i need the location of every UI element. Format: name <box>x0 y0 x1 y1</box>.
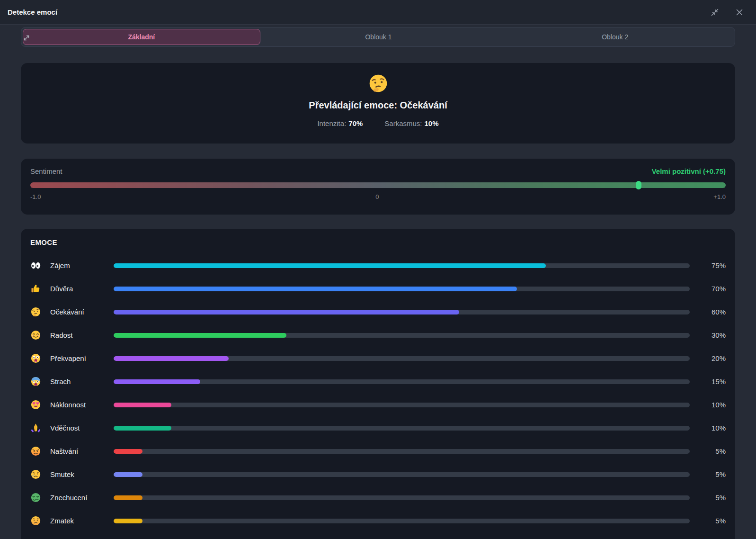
emotion-bar-track <box>114 426 690 431</box>
crying-emoji-icon <box>30 469 43 480</box>
emotion-row: Naštvání 5% <box>30 440 726 463</box>
window-controls <box>710 0 745 25</box>
emotion-bar-track <box>114 403 690 407</box>
sentiment-label: Sentiment <box>30 167 62 175</box>
tab-základní[interactable]: Základní <box>23 29 260 45</box>
emotion-label: Zájem <box>43 261 114 270</box>
emotion-row: Zájem 75% <box>30 254 726 277</box>
intensity-stat: Intenzita:70% <box>317 119 363 127</box>
emotion-percent: 60% <box>698 308 726 316</box>
emotion-percent: 10% <box>698 424 726 432</box>
window-title: Detekce emocí <box>8 8 57 16</box>
sentiment-card: Sentiment Velmi pozitivní (+0.75) -1.0 0… <box>21 159 735 215</box>
emotion-bar-track <box>114 287 690 291</box>
emotion-percent: 15% <box>698 377 726 386</box>
emotions-card: EMOCE Zájem 75% Důvěra 70% Očekávání 60%… <box>21 229 735 539</box>
confused-emoji-icon <box>30 515 43 526</box>
emotion-row: Překvapení 20% <box>30 347 726 370</box>
emotion-percent: 30% <box>698 331 726 339</box>
emotion-label: Znechucení <box>43 494 114 502</box>
collapse-diagonal-icon[interactable] <box>710 7 720 18</box>
emotion-bar-fill <box>114 310 459 314</box>
sarcasm-label: Sarkasmus: <box>384 119 422 127</box>
eyes-emoji-icon <box>30 260 43 271</box>
emotion-percent: 20% <box>698 354 726 362</box>
tab-oblouk-1[interactable]: Oblouk 1 <box>260 29 497 45</box>
emotion-percent: 75% <box>698 261 726 270</box>
intensity-value: 70% <box>348 119 363 127</box>
close-icon[interactable] <box>734 7 745 18</box>
emotion-label: Náklonnost <box>43 401 114 409</box>
sarcasm-value: 10% <box>425 119 439 127</box>
emotion-row: Náklonnost 10% <box>30 393 726 416</box>
emotion-bar-track <box>114 356 690 361</box>
thinking-emoji-icon <box>30 306 43 317</box>
emotion-row: Zmatek 5% <box>30 509 726 532</box>
emotion-bar-fill <box>114 333 286 338</box>
astonished-emoji-icon <box>30 353 43 364</box>
emotion-percent: 5% <box>698 517 726 525</box>
emotion-bar-fill <box>114 495 142 500</box>
title-bar: Detekce emocí <box>0 0 756 25</box>
thinking-face-emoji-icon <box>368 73 389 94</box>
tab-bar: ZákladníOblouk 1Oblouk 2 <box>21 27 735 47</box>
angry-emoji-icon <box>30 446 43 457</box>
sentiment-scale: -1.0 0 +1.0 <box>30 193 726 200</box>
emotion-bar-fill <box>114 379 200 384</box>
thumbsup-emoji-icon <box>30 283 43 294</box>
fear-emoji-icon <box>30 376 43 387</box>
emotion-row: Strach 15% <box>30 370 726 393</box>
emotion-label: Radost <box>43 331 114 339</box>
emotion-label: Strach <box>43 377 114 386</box>
emotion-bar-fill <box>114 472 142 477</box>
sentiment-gradient-bar <box>30 182 726 188</box>
emotion-bar-fill <box>114 426 171 431</box>
emotion-row: Znechucení 5% <box>30 486 726 509</box>
sentiment-marker <box>636 181 641 189</box>
hearteyes-emoji-icon <box>30 399 43 410</box>
smiling-emoji-icon <box>30 330 43 341</box>
emotion-bar-fill <box>114 287 517 291</box>
emotion-bar-fill <box>114 403 171 407</box>
emotions-list: Zájem 75% Důvěra 70% Očekávání 60% Rados… <box>30 254 726 532</box>
emotion-percent: 10% <box>698 401 726 409</box>
resize-diagonal-icon[interactable] <box>22 33 31 43</box>
sentiment-scale-min: -1.0 <box>30 193 41 200</box>
sentiment-scale-mid: 0 <box>375 193 379 200</box>
emotion-label: Očekávání <box>43 308 114 316</box>
emotion-bar-track <box>114 310 690 314</box>
foldedhands-emoji-icon <box>30 422 43 433</box>
emotion-bar-track <box>114 379 690 384</box>
emotion-percent: 5% <box>698 470 726 478</box>
emotion-label: Naštvání <box>43 447 114 455</box>
emotion-row: Vděčnost 10% <box>30 416 726 440</box>
emotion-bar-fill <box>114 519 142 523</box>
emotion-bar-track <box>114 519 690 523</box>
emotion-bar-fill <box>114 263 546 268</box>
emotion-label: Smutek <box>43 470 114 478</box>
emotion-row: Smutek 5% <box>30 463 726 486</box>
nauseated-emoji-icon <box>30 492 43 503</box>
tab-oblouk-2[interactable]: Oblouk 2 <box>497 29 733 45</box>
dominant-emotion-stats: Intenzita:70% Sarkasmus:10% <box>317 119 438 127</box>
emotion-bar-track <box>114 333 690 338</box>
emotion-bar-track <box>114 263 690 268</box>
emotions-header: EMOCE <box>30 238 726 246</box>
sentiment-scale-max: +1.0 <box>713 193 726 200</box>
emotion-row: Radost 30% <box>30 323 726 347</box>
emotion-bar-fill <box>114 356 229 361</box>
emotion-row: Očekávání 60% <box>30 300 726 323</box>
emotion-percent: 70% <box>698 285 726 293</box>
emotion-bar-track <box>114 472 690 477</box>
emotion-bar-track <box>114 495 690 500</box>
sentiment-value: Velmi pozitivní (+0.75) <box>652 167 726 175</box>
emotion-label: Zmatek <box>43 517 114 525</box>
emotion-label: Překvapení <box>43 354 114 362</box>
dominant-emotion-title: Převládající emoce: Očekávání <box>309 100 447 111</box>
emotion-bar-fill <box>114 449 142 454</box>
emotion-percent: 5% <box>698 447 726 455</box>
emotion-label: Důvěra <box>43 285 114 293</box>
intensity-label: Intenzita: <box>317 119 346 127</box>
emotion-percent: 5% <box>698 494 726 502</box>
emotion-row: Důvěra 70% <box>30 277 726 300</box>
